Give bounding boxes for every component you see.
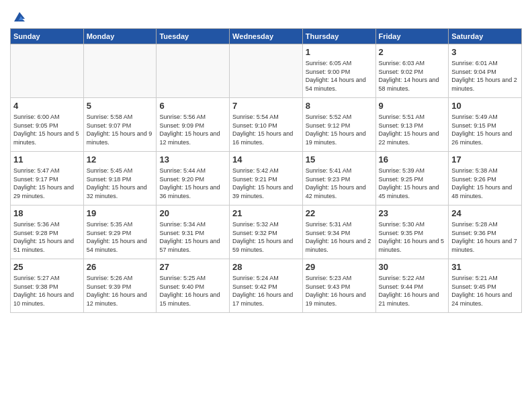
day-info: Daylight: 15 hours and 57 minutes. (159, 237, 226, 254)
day-info: Sunset: 9:02 PM (379, 68, 446, 77)
day-number: 18 (13, 208, 81, 220)
day-number: 24 (451, 208, 519, 220)
logo-icon (11, 9, 26, 24)
calendar-cell: 9Sunrise: 5:51 AMSunset: 9:13 PMDaylight… (375, 98, 449, 152)
day-number: 11 (13, 154, 81, 166)
day-info: Sunrise: 5:32 AM (232, 220, 300, 229)
day-info: Sunrise: 5:42 AM (232, 167, 300, 175)
day-info: Daylight: 15 hours and 2 minutes. (451, 76, 519, 93)
day-info: Sunset: 9:00 PM (306, 68, 373, 77)
day-info: Sunset: 9:09 PM (159, 122, 226, 130)
calendar-cell (83, 44, 157, 98)
day-info: Sunset: 9:39 PM (87, 283, 154, 291)
day-number: 8 (306, 100, 373, 112)
calendar-cell: 5Sunrise: 5:58 AMSunset: 9:07 PMDaylight… (83, 98, 157, 152)
day-info: Sunset: 9:34 PM (306, 229, 373, 238)
day-info: Sunset: 9:28 PM (13, 229, 81, 238)
day-info: Sunset: 9:17 PM (13, 175, 81, 184)
day-info: Sunset: 9:38 PM (13, 283, 81, 291)
day-info: Sunrise: 5:31 AM (306, 220, 373, 229)
day-info: Daylight: 14 hours and 58 minutes. (379, 76, 446, 93)
calendar-cell: 29Sunrise: 5:23 AMSunset: 9:43 PMDayligh… (302, 259, 375, 313)
day-info: Sunrise: 5:52 AM (306, 113, 373, 122)
day-info: Sunset: 9:18 PM (87, 175, 154, 184)
calendar-cell: 4Sunrise: 6:00 AMSunset: 9:05 PMDaylight… (11, 98, 84, 152)
day-number: 28 (232, 261, 300, 273)
calendar-table: SundayMondayTuesdayWednesdayThursdayFrid… (10, 28, 522, 313)
day-info: Daylight: 15 hours and 32 minutes. (87, 183, 154, 200)
day-number: 5 (87, 100, 154, 112)
calendar-row: 25Sunrise: 5:27 AMSunset: 9:38 PMDayligh… (11, 259, 522, 313)
day-info: Daylight: 15 hours and 48 minutes. (451, 183, 519, 200)
day-info: Sunset: 9:04 PM (451, 68, 519, 77)
day-info: Daylight: 16 hours and 7 minutes. (451, 237, 519, 254)
day-info: Sunset: 9:36 PM (451, 229, 519, 238)
calendar-cell: 13Sunrise: 5:44 AMSunset: 9:20 PMDayligh… (157, 152, 230, 205)
calendar-cell: 18Sunrise: 5:36 AMSunset: 9:28 PMDayligh… (11, 205, 84, 259)
day-info: Sunset: 9:20 PM (159, 175, 226, 184)
day-info: Sunrise: 5:45 AM (87, 167, 154, 175)
calendar-cell: 25Sunrise: 5:27 AMSunset: 9:38 PMDayligh… (11, 259, 84, 313)
column-header-sunday: Sunday (11, 29, 84, 44)
day-info: Daylight: 16 hours and 17 minutes. (232, 291, 300, 308)
logo (10, 9, 26, 24)
day-info: Daylight: 15 hours and 26 minutes. (451, 130, 519, 146)
day-info: Daylight: 15 hours and 9 minutes. (87, 130, 154, 146)
day-info: Sunrise: 5:24 AM (232, 274, 300, 283)
day-number: 19 (87, 208, 154, 220)
calendar-cell: 14Sunrise: 5:42 AMSunset: 9:21 PMDayligh… (230, 152, 303, 205)
day-info: Daylight: 15 hours and 36 minutes. (159, 183, 226, 200)
day-number: 9 (379, 100, 446, 112)
day-info: Sunrise: 5:58 AM (87, 113, 154, 122)
day-info: Daylight: 15 hours and 51 minutes. (13, 237, 81, 254)
calendar-cell: 31Sunrise: 5:21 AMSunset: 9:45 PMDayligh… (449, 259, 522, 313)
day-number: 30 (379, 261, 446, 273)
day-info: Sunset: 9:21 PM (232, 175, 300, 184)
day-info: Daylight: 16 hours and 21 minutes. (379, 291, 446, 308)
day-info: Sunset: 9:07 PM (87, 122, 154, 130)
calendar-cell: 10Sunrise: 5:49 AMSunset: 9:15 PMDayligh… (449, 98, 522, 152)
day-info: Sunrise: 5:38 AM (451, 167, 519, 175)
day-number: 10 (451, 100, 519, 112)
day-info: Daylight: 16 hours and 2 minutes. (306, 237, 373, 254)
calendar-row: 4Sunrise: 6:00 AMSunset: 9:05 PMDaylight… (11, 98, 522, 152)
page-header (10, 7, 522, 24)
day-info: Sunrise: 5:30 AM (379, 220, 446, 229)
day-info: Sunset: 9:43 PM (306, 283, 373, 291)
day-info: Daylight: 16 hours and 5 minutes. (379, 237, 446, 254)
day-info: Sunrise: 5:25 AM (159, 274, 226, 283)
day-number: 20 (159, 208, 226, 220)
day-info: Daylight: 15 hours and 29 minutes. (13, 183, 81, 200)
day-number: 1 (306, 46, 373, 58)
day-info: Sunset: 9:10 PM (232, 122, 300, 130)
calendar-cell (230, 44, 303, 98)
day-info: Daylight: 14 hours and 54 minutes. (306, 76, 373, 93)
day-info: Daylight: 15 hours and 54 minutes. (87, 237, 154, 254)
day-info: Sunset: 9:44 PM (379, 283, 446, 291)
day-info: Sunset: 9:32 PM (232, 229, 300, 238)
day-info: Daylight: 15 hours and 12 minutes. (159, 130, 226, 146)
calendar-cell: 30Sunrise: 5:22 AMSunset: 9:44 PMDayligh… (375, 259, 449, 313)
calendar-cell: 19Sunrise: 5:35 AMSunset: 9:29 PMDayligh… (83, 205, 157, 259)
calendar-cell (11, 44, 84, 98)
day-number: 16 (379, 154, 446, 166)
column-header-thursday: Thursday (302, 29, 375, 44)
calendar-row: 18Sunrise: 5:36 AMSunset: 9:28 PMDayligh… (11, 205, 522, 259)
day-info: Sunrise: 5:36 AM (13, 220, 81, 229)
day-number: 6 (159, 100, 226, 112)
day-number: 12 (87, 154, 154, 166)
calendar-cell: 23Sunrise: 5:30 AMSunset: 9:35 PMDayligh… (375, 205, 449, 259)
day-number: 17 (451, 154, 519, 166)
day-info: Sunrise: 5:21 AM (451, 274, 519, 283)
day-info: Sunrise: 5:27 AM (13, 274, 81, 283)
day-number: 14 (232, 154, 300, 166)
day-info: Daylight: 15 hours and 22 minutes. (379, 130, 446, 146)
day-info: Sunset: 9:25 PM (379, 175, 446, 184)
calendar-cell: 27Sunrise: 5:25 AMSunset: 9:40 PMDayligh… (157, 259, 230, 313)
day-info: Daylight: 16 hours and 24 minutes. (451, 291, 519, 308)
day-number: 23 (379, 208, 446, 220)
calendar-cell: 28Sunrise: 5:24 AMSunset: 9:42 PMDayligh… (230, 259, 303, 313)
column-header-monday: Monday (83, 29, 157, 44)
column-header-tuesday: Tuesday (157, 29, 230, 44)
calendar-cell: 20Sunrise: 5:34 AMSunset: 9:31 PMDayligh… (157, 205, 230, 259)
